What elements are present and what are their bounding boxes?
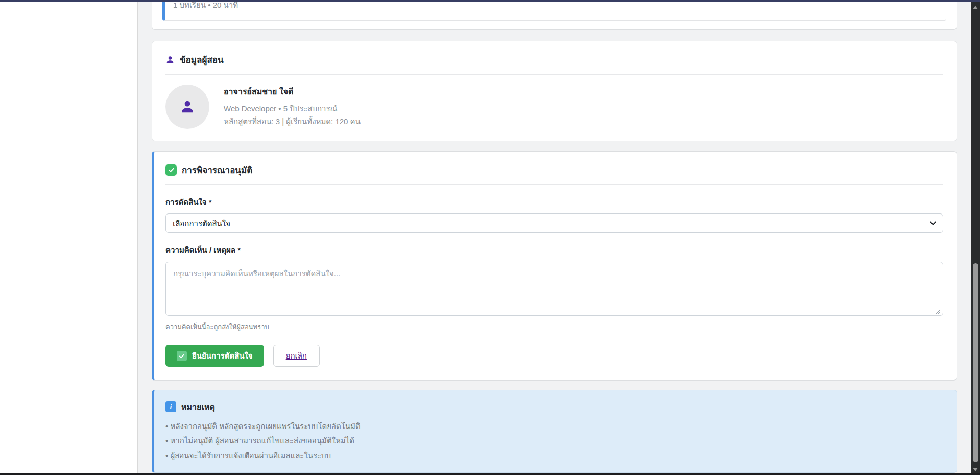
page: 1 บทเรียน • 20 นาที ข้อมูลผู้สอน อาจารย์… [0, 0, 980, 475]
lessons-card: 1 บทเรียน • 20 นาที [152, 2, 957, 30]
instructor-card-title: ข้อมูลผู้สอน [180, 53, 224, 66]
instructor-role: Web Developer • 5 ปีประสบการณ์ [224, 103, 361, 115]
main-content: 1 บทเรียน • 20 นาที ข้อมูลผู้สอน อาจารย์… [138, 2, 971, 473]
comment-wrap [165, 262, 943, 318]
check-box-icon [177, 351, 187, 361]
vertical-scrollbar[interactable] [971, 2, 980, 475]
scrollbar-thumb[interactable] [973, 263, 978, 462]
instructor-card-header: ข้อมูลผู้สอน [165, 53, 943, 75]
check-box-icon [165, 164, 177, 176]
person-icon [165, 55, 175, 64]
note-card: i หมายเหตุ • หลังจากอนุมัติ หลักสูตรจะถู… [152, 390, 957, 473]
avatar [165, 85, 209, 129]
confirm-button-label: ยืนยันการตัดสินใจ [192, 350, 253, 362]
lesson-meta: 1 บทเรียน • 20 นาที [173, 2, 938, 11]
decision-select[interactable]: เลือกการตัดสินใจ [165, 213, 943, 233]
comment-help-text: ความคิดเห็นนี้จะถูกส่งให้ผู้สอนทราบ [165, 322, 943, 332]
person-icon [180, 99, 195, 114]
approval-card-title: การพิจารณาอนุมัติ [182, 163, 252, 177]
comment-textarea[interactable] [165, 262, 943, 316]
check-icon [168, 167, 175, 173]
note-list-item: • หากไม่อนุมัติ ผู้สอนสามารถแก้ไขและส่งข… [165, 435, 943, 446]
button-row: ยืนยันการตัดสินใจ ยกเลิก [165, 345, 943, 367]
note-card-title: หมายเหตุ [181, 400, 215, 413]
top-navbar-edge [0, 0, 980, 2]
approval-card-header: การพิจารณาอนุมัติ [165, 163, 943, 185]
scroll-down-arrow-icon[interactable] [973, 468, 978, 471]
instructor-stats: หลักสูตรที่สอน: 3 | ผู้เรียนทั้งหมด: 120… [224, 115, 361, 128]
scroll-up-arrow-icon[interactable] [973, 6, 978, 9]
instructor-card: ข้อมูลผู้สอน อาจารย์สมชาย ใจดี Web Devel… [152, 41, 957, 141]
instructor-details: อาจารย์สมชาย ใจดี Web Developer • 5 ปีปร… [224, 85, 361, 128]
lesson-item: 1 บทเรียน • 20 นาที [162, 2, 946, 21]
info-icon: i [165, 401, 176, 412]
note-card-header: i หมายเหตุ [165, 400, 943, 413]
instructor-body: อาจารย์สมชาย ใจดี Web Developer • 5 ปีปร… [165, 75, 943, 129]
decision-select-wrap: เลือกการตัดสินใจ [165, 213, 943, 233]
decision-label: การตัดสินใจ * [165, 196, 943, 208]
bottom-edge-bar [0, 473, 980, 475]
confirm-decision-button[interactable]: ยืนยันการตัดสินใจ [165, 345, 264, 367]
comment-label: ความคิดเห็น / เหตุผล * [165, 244, 943, 256]
approval-card: การพิจารณาอนุมัติ การตัดสินใจ * เลือกการ… [152, 151, 957, 381]
instructor-name: อาจารย์สมชาย ใจดี [224, 85, 361, 98]
cancel-button[interactable]: ยกเลิก [273, 345, 320, 367]
check-icon [179, 353, 185, 359]
note-list-item: • หลังจากอนุมัติ หลักสูตรจะถูกเผยแพร่ในร… [165, 420, 943, 432]
sidebar [0, 2, 138, 473]
note-list-item: • ผู้สอนจะได้รับการแจ้งเตือนผ่านอีเมลและ… [165, 449, 943, 461]
